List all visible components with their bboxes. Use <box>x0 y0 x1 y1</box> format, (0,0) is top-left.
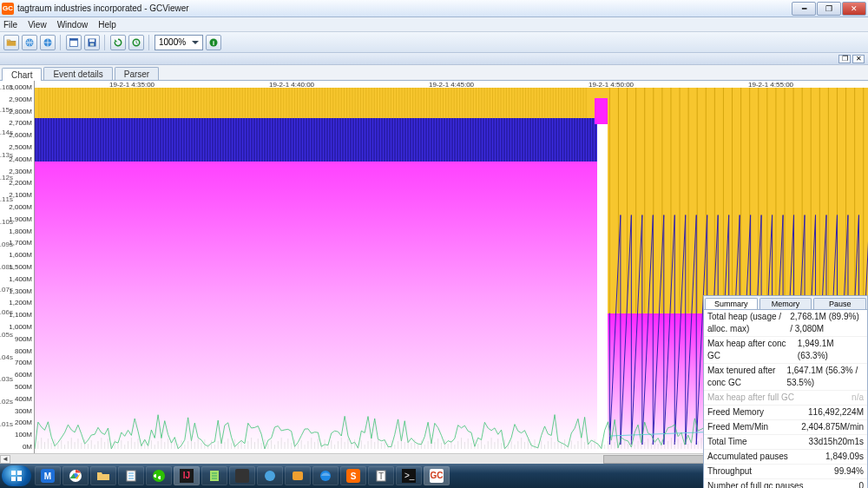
summary-panel: Summary Memory Pause Total heap (usage /… <box>703 295 868 488</box>
y-tick-m: 1,200M <box>9 300 32 307</box>
svg-text:i: i <box>213 39 214 47</box>
summary-value: 1,647.1M (56.3% / 53.5%) <box>786 365 864 389</box>
svg-rect-3 <box>70 38 78 40</box>
y-tick-m: 2,000M <box>9 204 32 211</box>
tab-chart[interactable]: Chart <box>2 68 42 81</box>
svg-rect-505 <box>293 472 303 480</box>
close-button[interactable]: ✕ <box>842 2 866 16</box>
summary-value: 1,949.1M (63.3%) <box>798 338 864 362</box>
recent-button[interactable] <box>40 35 56 50</box>
summary-row: Total Time33d15h20m1s <box>704 435 867 450</box>
menubar: File View Window Help <box>0 17 868 32</box>
taskbar-app-text[interactable]: T <box>368 466 394 485</box>
summary-rows: Total heap (usage / alloc. max)2,768.1M … <box>704 310 867 488</box>
refresh-button[interactable] <box>110 35 126 50</box>
document-titlebar: ❐ ✕ <box>0 53 868 65</box>
menu-help[interactable]: Help <box>98 20 116 30</box>
open-url-button[interactable] <box>22 35 37 50</box>
svg-text:>_: >_ <box>404 471 415 480</box>
summary-row: Max heap after full GCn/a <box>704 391 867 406</box>
summary-row: Max heap after conc GC1,949.1M (63.3%) <box>704 337 867 364</box>
summary-value: 1,849.09s <box>825 451 864 463</box>
open-file-button[interactable] <box>3 35 19 50</box>
y-tick-s: 0.07s <box>0 287 13 293</box>
menu-file[interactable]: File <box>3 20 17 30</box>
tab-memory[interactable]: Memory <box>760 298 812 309</box>
y-tick-s: 0.10s <box>0 219 13 226</box>
summary-value: 99.94% <box>834 465 864 478</box>
y-tick-s: 0.05s <box>0 332 13 339</box>
about-button[interactable]: i <box>206 35 221 50</box>
taskbar-app-wechat[interactable] <box>146 466 172 485</box>
svg-rect-503 <box>235 469 249 483</box>
y-tick-s: 0.06s <box>0 309 13 316</box>
tab-summary[interactable]: Summary <box>705 298 758 309</box>
taskbar-app-sogou[interactable]: S <box>340 466 366 485</box>
y-tick-m: 500M <box>15 384 32 391</box>
window-title: tagtraum industries incorporated - GCVie… <box>17 3 791 13</box>
y-tick-s: 0.13s <box>0 152 13 159</box>
save-button[interactable] <box>84 35 100 50</box>
y-tick-m: 0M <box>23 444 32 451</box>
summary-value: 2,768.1M (89.9%) / 3,080M <box>790 311 864 335</box>
svg-rect-491 <box>17 471 22 475</box>
svg-rect-490 <box>11 471 16 475</box>
svg-rect-493 <box>17 477 22 481</box>
tab-pause[interactable]: Pause <box>813 298 866 309</box>
y-tick-m: 600M <box>15 372 32 379</box>
minimize-button[interactable]: ━ <box>792 2 816 16</box>
y-tick-m: 1,400M <box>9 276 32 283</box>
taskbar-app-ie[interactable] <box>312 466 339 485</box>
summary-value: 0 <box>858 480 864 488</box>
summary-key: Total heap (usage / alloc. max) <box>707 311 790 335</box>
taskbar-app-maxthon[interactable]: M <box>35 466 61 485</box>
y-tick-m: 1,600M <box>9 252 32 259</box>
taskbar-app-notepad[interactable] <box>118 466 144 485</box>
toolbar: 1000% i <box>0 32 868 53</box>
taskbar-app-control[interactable] <box>257 466 283 485</box>
summary-key: Max tenured after conc GC <box>707 365 786 389</box>
summary-value: 33d15h20m1s <box>809 436 864 448</box>
y-tick-m: 1,800M <box>9 228 32 235</box>
y-tick-m: 700M <box>15 359 32 366</box>
y-tick-s: 0.09s <box>0 241 13 248</box>
summary-value: n/a <box>852 392 864 404</box>
summary-value: 2,404.875M/min <box>801 421 864 433</box>
export-button[interactable] <box>66 35 82 50</box>
doc-restore-button[interactable]: ❐ <box>838 55 851 63</box>
menu-view[interactable]: View <box>28 20 47 30</box>
taskbar-app-navicat[interactable] <box>285 466 311 485</box>
tab-event-details[interactable]: Event details <box>43 67 112 80</box>
summary-key: Total Time <box>707 436 747 448</box>
taskbar-app-chrome[interactable] <box>62 466 89 485</box>
taskbar-app-generic-1[interactable] <box>229 466 255 485</box>
tab-parser[interactable]: Parser <box>115 67 159 80</box>
zoom-select[interactable]: 1000% <box>155 35 203 50</box>
summary-value: 116,492,224M <box>808 406 864 419</box>
doc-close-button[interactable]: ✕ <box>852 55 865 63</box>
y-tick-m: 900M <box>15 336 32 343</box>
taskbar-app-terminal[interactable]: >_ <box>396 466 422 485</box>
svg-rect-492 <box>11 477 16 481</box>
scroll-left-button[interactable]: ◄ <box>0 455 10 464</box>
watch-button[interactable] <box>128 35 144 50</box>
maximize-button[interactable]: ❐ <box>817 2 841 16</box>
menu-window[interactable]: Window <box>57 20 89 30</box>
summary-row: Total heap (usage / alloc. max)2,768.1M … <box>704 310 867 337</box>
taskbar-app-intellij[interactable]: IJ <box>174 466 200 485</box>
y-tick-s: 0.16s <box>0 84 13 91</box>
taskbar-app-explorer[interactable] <box>90 466 116 485</box>
y-tick-s: 0.12s <box>0 175 13 181</box>
taskbar-app-gcviewer[interactable]: GC <box>424 466 450 485</box>
view-tabs: Chart Event details Parser <box>0 65 868 81</box>
content-area: 0M100M200M300M400M500M600M700M800M900M1,… <box>0 81 868 464</box>
y-tick-m: 2,700M <box>9 120 32 127</box>
svg-text:M: M <box>44 472 51 481</box>
y-tick-m: 100M <box>15 432 32 439</box>
svg-rect-5 <box>89 39 95 42</box>
taskbar-app-notepadpp[interactable] <box>201 466 227 485</box>
start-button[interactable] <box>2 465 31 486</box>
summary-key: Freed Memory <box>707 406 764 419</box>
y-tick-s: 0.11s <box>0 196 13 203</box>
summary-key: Max heap after full GC <box>707 392 794 404</box>
